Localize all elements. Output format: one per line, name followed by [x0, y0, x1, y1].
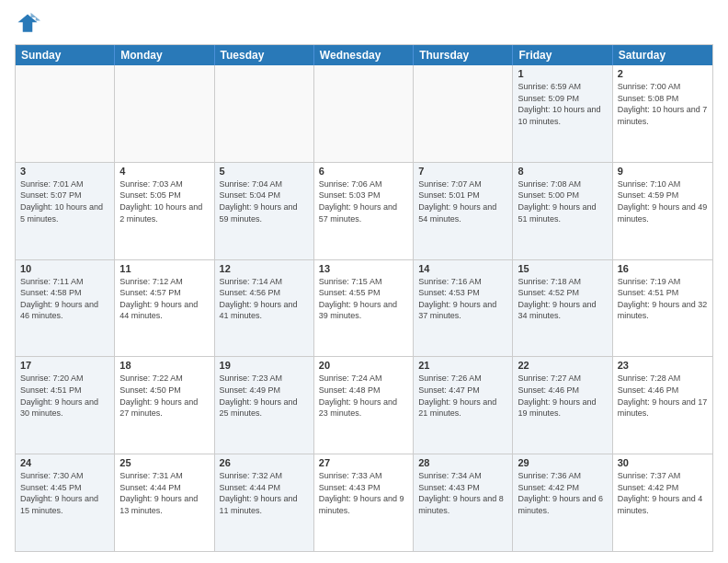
day-number: 4 — [119, 166, 209, 177]
day-number: 10 — [20, 263, 109, 274]
calendar-row: 17Sunrise: 7:20 AM Sunset: 4:51 PM Dayli… — [16, 356, 712, 454]
day-number: 25 — [119, 457, 209, 468]
calendar-cell — [314, 65, 414, 162]
day-info: Sunrise: 7:20 AM Sunset: 4:51 PM Dayligh… — [20, 373, 109, 419]
day-number: 14 — [418, 263, 507, 274]
day-number: 17 — [20, 360, 109, 371]
day-number: 30 — [618, 457, 708, 468]
day-number: 13 — [319, 263, 408, 274]
day-info: Sunrise: 7:37 AM Sunset: 4:42 PM Dayligh… — [618, 470, 708, 516]
day-number: 21 — [418, 360, 507, 371]
calendar-cell: 3Sunrise: 7:01 AM Sunset: 5:07 PM Daylig… — [16, 163, 115, 259]
day-info: Sunrise: 7:34 AM Sunset: 4:43 PM Dayligh… — [418, 470, 507, 516]
day-number: 1 — [518, 68, 607, 79]
day-number: 7 — [418, 166, 507, 177]
day-number: 18 — [119, 360, 209, 371]
day-info: Sunrise: 7:31 AM Sunset: 4:44 PM Dayligh… — [119, 470, 209, 516]
calendar-cell: 2Sunrise: 7:00 AM Sunset: 5:08 PM Daylig… — [613, 65, 712, 162]
calendar-cell: 12Sunrise: 7:14 AM Sunset: 4:56 PM Dayli… — [215, 260, 314, 357]
weekday-header: Friday — [513, 45, 612, 65]
day-info: Sunrise: 7:10 AM Sunset: 4:59 PM Dayligh… — [618, 178, 708, 224]
day-info: Sunrise: 7:30 AM Sunset: 4:45 PM Dayligh… — [20, 470, 109, 516]
day-number: 3 — [20, 166, 109, 177]
calendar-cell: 18Sunrise: 7:22 AM Sunset: 4:50 PM Dayli… — [115, 357, 214, 454]
calendar-cell: 15Sunrise: 7:18 AM Sunset: 4:52 PM Dayli… — [513, 260, 612, 357]
calendar-cell: 11Sunrise: 7:12 AM Sunset: 4:57 PM Dayli… — [115, 260, 214, 357]
logo — [15, 11, 44, 37]
day-number: 19 — [220, 360, 309, 371]
calendar-cell: 4Sunrise: 7:03 AM Sunset: 5:05 PM Daylig… — [115, 163, 214, 259]
day-number: 23 — [618, 360, 708, 371]
calendar-cell — [16, 65, 115, 162]
day-number: 15 — [518, 263, 607, 274]
day-number: 16 — [618, 263, 708, 274]
weekday-header: Sunday — [16, 45, 115, 65]
calendar-row: 3Sunrise: 7:01 AM Sunset: 5:07 PM Daylig… — [16, 162, 712, 259]
calendar-cell: 20Sunrise: 7:24 AM Sunset: 4:48 PM Dayli… — [314, 357, 414, 454]
calendar-cell: 30Sunrise: 7:37 AM Sunset: 4:42 PM Dayli… — [613, 454, 712, 551]
calendar-cell: 24Sunrise: 7:30 AM Sunset: 4:45 PM Dayli… — [16, 454, 115, 551]
day-info: Sunrise: 7:26 AM Sunset: 4:47 PM Dayligh… — [418, 373, 507, 419]
calendar-cell: 10Sunrise: 7:11 AM Sunset: 4:58 PM Dayli… — [16, 260, 115, 357]
calendar-cell — [115, 65, 214, 162]
day-number: 20 — [319, 360, 408, 371]
calendar-cell: 19Sunrise: 7:23 AM Sunset: 4:49 PM Dayli… — [215, 357, 314, 454]
day-number: 2 — [618, 68, 708, 79]
calendar-cell: 1Sunrise: 6:59 AM Sunset: 5:09 PM Daylig… — [513, 65, 612, 162]
day-number: 8 — [518, 166, 607, 177]
day-info: Sunrise: 7:08 AM Sunset: 5:00 PM Dayligh… — [518, 178, 607, 224]
day-info: Sunrise: 7:04 AM Sunset: 5:04 PM Dayligh… — [220, 178, 309, 224]
weekday-header: Thursday — [414, 45, 513, 65]
calendar-cell: 13Sunrise: 7:15 AM Sunset: 4:55 PM Dayli… — [314, 260, 414, 357]
calendar-cell: 8Sunrise: 7:08 AM Sunset: 5:00 PM Daylig… — [513, 163, 612, 259]
header — [15, 11, 713, 37]
calendar-header: SundayMondayTuesdayWednesdayThursdayFrid… — [16, 45, 712, 65]
day-number: 11 — [119, 263, 209, 274]
page: SundayMondayTuesdayWednesdayThursdayFrid… — [0, 0, 728, 563]
day-info: Sunrise: 7:22 AM Sunset: 4:50 PM Dayligh… — [119, 373, 209, 419]
day-info: Sunrise: 7:32 AM Sunset: 4:44 PM Dayligh… — [220, 470, 309, 516]
calendar-cell: 21Sunrise: 7:26 AM Sunset: 4:47 PM Dayli… — [414, 357, 513, 454]
day-info: Sunrise: 7:19 AM Sunset: 4:51 PM Dayligh… — [618, 276, 708, 322]
day-number: 24 — [20, 457, 109, 468]
day-number: 6 — [319, 166, 408, 177]
calendar-cell: 7Sunrise: 7:07 AM Sunset: 5:01 PM Daylig… — [414, 163, 513, 259]
day-number: 27 — [319, 457, 408, 468]
day-info: Sunrise: 7:15 AM Sunset: 4:55 PM Dayligh… — [319, 276, 408, 322]
calendar-cell: 14Sunrise: 7:16 AM Sunset: 4:53 PM Dayli… — [414, 260, 513, 357]
weekday-header: Tuesday — [215, 45, 314, 65]
calendar-cell: 29Sunrise: 7:36 AM Sunset: 4:42 PM Dayli… — [513, 454, 612, 551]
day-info: Sunrise: 7:36 AM Sunset: 4:42 PM Dayligh… — [518, 470, 607, 516]
day-info: Sunrise: 7:28 AM Sunset: 4:46 PM Dayligh… — [618, 373, 708, 419]
day-info: Sunrise: 7:07 AM Sunset: 5:01 PM Dayligh… — [418, 178, 507, 224]
calendar-cell: 5Sunrise: 7:04 AM Sunset: 5:04 PM Daylig… — [215, 163, 314, 259]
day-info: Sunrise: 6:59 AM Sunset: 5:09 PM Dayligh… — [518, 81, 607, 127]
day-info: Sunrise: 7:24 AM Sunset: 4:48 PM Dayligh… — [319, 373, 408, 419]
calendar-cell: 26Sunrise: 7:32 AM Sunset: 4:44 PM Dayli… — [215, 454, 314, 551]
day-number: 22 — [518, 360, 607, 371]
day-info: Sunrise: 7:16 AM Sunset: 4:53 PM Dayligh… — [418, 276, 507, 322]
day-number: 28 — [418, 457, 507, 468]
calendar: SundayMondayTuesdayWednesdayThursdayFrid… — [15, 44, 713, 552]
calendar-cell: 6Sunrise: 7:06 AM Sunset: 5:03 PM Daylig… — [314, 163, 414, 259]
calendar-body: 1Sunrise: 6:59 AM Sunset: 5:09 PM Daylig… — [16, 65, 712, 551]
day-info: Sunrise: 7:33 AM Sunset: 4:43 PM Dayligh… — [319, 470, 408, 516]
day-number: 9 — [618, 166, 708, 177]
weekday-header: Wednesday — [314, 45, 414, 65]
calendar-cell: 17Sunrise: 7:20 AM Sunset: 4:51 PM Dayli… — [16, 357, 115, 454]
day-number: 29 — [518, 457, 607, 468]
calendar-row: 1Sunrise: 6:59 AM Sunset: 5:09 PM Daylig… — [16, 65, 712, 162]
calendar-cell: 22Sunrise: 7:27 AM Sunset: 4:46 PM Dayli… — [513, 357, 612, 454]
calendar-row: 10Sunrise: 7:11 AM Sunset: 4:58 PM Dayli… — [16, 259, 712, 357]
day-info: Sunrise: 7:12 AM Sunset: 4:57 PM Dayligh… — [119, 276, 209, 322]
day-info: Sunrise: 7:11 AM Sunset: 4:58 PM Dayligh… — [20, 276, 109, 322]
calendar-cell: 9Sunrise: 7:10 AM Sunset: 4:59 PM Daylig… — [613, 163, 712, 259]
day-info: Sunrise: 7:23 AM Sunset: 4:49 PM Dayligh… — [220, 373, 309, 419]
calendar-cell: 27Sunrise: 7:33 AM Sunset: 4:43 PM Dayli… — [314, 454, 414, 551]
day-info: Sunrise: 7:27 AM Sunset: 4:46 PM Dayligh… — [518, 373, 607, 419]
calendar-cell: 16Sunrise: 7:19 AM Sunset: 4:51 PM Dayli… — [613, 260, 712, 357]
logo-icon — [15, 11, 40, 37]
weekday-header: Saturday — [613, 45, 712, 65]
weekday-header: Monday — [115, 45, 214, 65]
calendar-cell: 28Sunrise: 7:34 AM Sunset: 4:43 PM Dayli… — [414, 454, 513, 551]
